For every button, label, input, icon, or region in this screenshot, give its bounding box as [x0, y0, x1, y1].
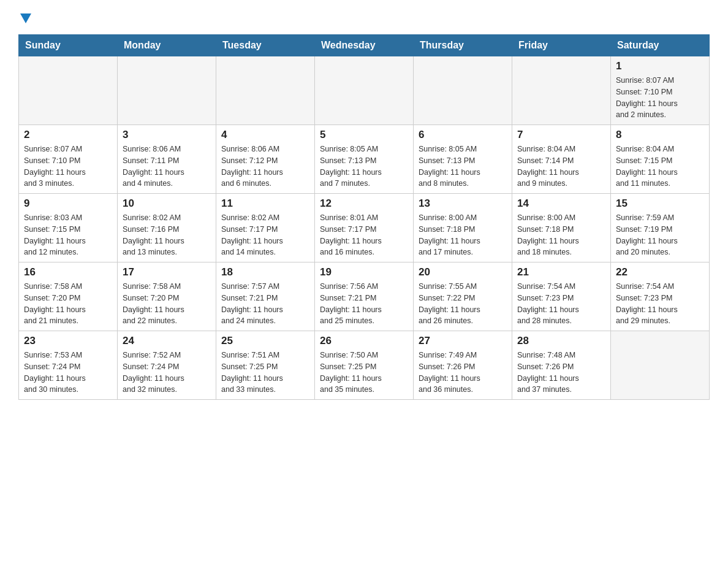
day-info: Sunrise: 7:58 AM Sunset: 7:20 PM Dayligh…	[24, 281, 112, 327]
calendar-cell: 18Sunrise: 7:57 AM Sunset: 7:21 PM Dayli…	[216, 262, 315, 331]
calendar-week-1: 1Sunrise: 8:07 AM Sunset: 7:10 PM Daylig…	[19, 56, 710, 125]
day-info: Sunrise: 8:01 AM Sunset: 7:17 PM Dayligh…	[320, 212, 408, 258]
day-info: Sunrise: 8:05 AM Sunset: 7:13 PM Dayligh…	[419, 144, 507, 190]
day-info: Sunrise: 7:57 AM Sunset: 7:21 PM Dayligh…	[221, 281, 309, 327]
day-number: 10	[123, 197, 211, 210]
day-number: 14	[517, 197, 605, 210]
logo	[18, 12, 31, 22]
calendar-cell	[118, 56, 216, 125]
weekday-header-wednesday: Wednesday	[315, 35, 414, 56]
day-number: 8	[616, 129, 704, 141]
day-number: 18	[221, 266, 309, 278]
calendar-cell: 11Sunrise: 8:02 AM Sunset: 7:17 PM Dayli…	[216, 194, 315, 262]
day-info: Sunrise: 8:00 AM Sunset: 7:18 PM Dayligh…	[517, 212, 605, 258]
calendar-cell: 19Sunrise: 7:56 AM Sunset: 7:21 PM Dayli…	[315, 262, 414, 331]
day-info: Sunrise: 8:04 AM Sunset: 7:14 PM Dayligh…	[517, 144, 605, 190]
day-info: Sunrise: 7:56 AM Sunset: 7:21 PM Dayligh…	[320, 281, 408, 327]
calendar-cell: 8Sunrise: 8:04 AM Sunset: 7:15 PM Daylig…	[611, 125, 710, 194]
day-number: 17	[123, 266, 211, 278]
calendar-cell	[216, 56, 315, 125]
calendar-week-3: 9Sunrise: 8:03 AM Sunset: 7:15 PM Daylig…	[19, 194, 710, 262]
calendar-cell	[315, 56, 414, 125]
calendar-cell: 20Sunrise: 7:55 AM Sunset: 7:22 PM Dayli…	[414, 262, 512, 331]
day-number: 24	[123, 335, 211, 347]
day-info: Sunrise: 8:00 AM Sunset: 7:18 PM Dayligh…	[419, 212, 507, 258]
day-info: Sunrise: 7:54 AM Sunset: 7:23 PM Dayligh…	[616, 281, 704, 327]
calendar-cell: 27Sunrise: 7:49 AM Sunset: 7:26 PM Dayli…	[414, 331, 512, 400]
weekday-header-thursday: Thursday	[414, 35, 512, 56]
day-number: 19	[320, 266, 408, 278]
day-number: 27	[419, 335, 507, 347]
day-info: Sunrise: 8:06 AM Sunset: 7:12 PM Dayligh…	[221, 144, 309, 190]
calendar-cell	[611, 331, 710, 400]
calendar-cell: 17Sunrise: 7:58 AM Sunset: 7:20 PM Dayli…	[118, 262, 216, 331]
calendar-cell: 23Sunrise: 7:53 AM Sunset: 7:24 PM Dayli…	[19, 331, 118, 400]
calendar-cell: 3Sunrise: 8:06 AM Sunset: 7:11 PM Daylig…	[118, 125, 216, 194]
calendar-cell: 28Sunrise: 7:48 AM Sunset: 7:26 PM Dayli…	[512, 331, 611, 400]
calendar-cell	[414, 56, 512, 125]
day-number: 16	[24, 266, 112, 278]
calendar-week-5: 23Sunrise: 7:53 AM Sunset: 7:24 PM Dayli…	[19, 331, 710, 400]
day-number: 28	[517, 335, 605, 347]
day-number: 15	[616, 197, 704, 210]
day-number: 23	[24, 335, 112, 347]
calendar-cell: 7Sunrise: 8:04 AM Sunset: 7:14 PM Daylig…	[512, 125, 611, 194]
day-info: Sunrise: 7:48 AM Sunset: 7:26 PM Dayligh…	[517, 350, 605, 396]
day-number: 25	[221, 335, 309, 347]
calendar-cell: 13Sunrise: 8:00 AM Sunset: 7:18 PM Dayli…	[414, 194, 512, 262]
logo-triangle-icon	[20, 13, 31, 23]
calendar-cell: 5Sunrise: 8:05 AM Sunset: 7:13 PM Daylig…	[315, 125, 414, 194]
calendar-week-4: 16Sunrise: 7:58 AM Sunset: 7:20 PM Dayli…	[19, 262, 710, 331]
calendar-cell: 2Sunrise: 8:07 AM Sunset: 7:10 PM Daylig…	[19, 125, 118, 194]
calendar-cell: 9Sunrise: 8:03 AM Sunset: 7:15 PM Daylig…	[19, 194, 118, 262]
calendar-cell	[19, 56, 118, 125]
day-info: Sunrise: 7:49 AM Sunset: 7:26 PM Dayligh…	[419, 350, 507, 396]
calendar-cell: 21Sunrise: 7:54 AM Sunset: 7:23 PM Dayli…	[512, 262, 611, 331]
calendar-cell: 16Sunrise: 7:58 AM Sunset: 7:20 PM Dayli…	[19, 262, 118, 331]
page-header	[18, 12, 710, 22]
day-number: 4	[221, 129, 309, 141]
weekday-header-friday: Friday	[512, 35, 611, 56]
day-info: Sunrise: 8:06 AM Sunset: 7:11 PM Dayligh…	[123, 144, 211, 190]
day-info: Sunrise: 8:03 AM Sunset: 7:15 PM Dayligh…	[24, 212, 112, 258]
day-number: 6	[419, 129, 507, 141]
day-info: Sunrise: 8:07 AM Sunset: 7:10 PM Dayligh…	[24, 144, 112, 190]
day-number: 26	[320, 335, 408, 347]
calendar-cell: 12Sunrise: 8:01 AM Sunset: 7:17 PM Dayli…	[315, 194, 414, 262]
day-number: 1	[616, 60, 704, 72]
day-number: 13	[419, 197, 507, 210]
calendar-week-2: 2Sunrise: 8:07 AM Sunset: 7:10 PM Daylig…	[19, 125, 710, 194]
calendar-cell	[512, 56, 611, 125]
calendar-table: SundayMondayTuesdayWednesdayThursdayFrid…	[18, 34, 710, 400]
day-info: Sunrise: 7:58 AM Sunset: 7:20 PM Dayligh…	[123, 281, 211, 327]
weekday-header-tuesday: Tuesday	[216, 35, 315, 56]
day-number: 5	[320, 129, 408, 141]
day-number: 12	[320, 197, 408, 210]
day-number: 7	[517, 129, 605, 141]
calendar-cell: 6Sunrise: 8:05 AM Sunset: 7:13 PM Daylig…	[414, 125, 512, 194]
day-info: Sunrise: 8:05 AM Sunset: 7:13 PM Dayligh…	[320, 144, 408, 190]
day-info: Sunrise: 7:59 AM Sunset: 7:19 PM Dayligh…	[616, 212, 704, 258]
calendar-cell: 24Sunrise: 7:52 AM Sunset: 7:24 PM Dayli…	[118, 331, 216, 400]
day-number: 22	[616, 266, 704, 278]
calendar-cell: 14Sunrise: 8:00 AM Sunset: 7:18 PM Dayli…	[512, 194, 611, 262]
day-info: Sunrise: 7:51 AM Sunset: 7:25 PM Dayligh…	[221, 350, 309, 396]
calendar-cell: 22Sunrise: 7:54 AM Sunset: 7:23 PM Dayli…	[611, 262, 710, 331]
day-info: Sunrise: 7:53 AM Sunset: 7:24 PM Dayligh…	[24, 350, 112, 396]
day-info: Sunrise: 8:02 AM Sunset: 7:17 PM Dayligh…	[221, 212, 309, 258]
day-info: Sunrise: 7:54 AM Sunset: 7:23 PM Dayligh…	[517, 281, 605, 327]
calendar-cell: 4Sunrise: 8:06 AM Sunset: 7:12 PM Daylig…	[216, 125, 315, 194]
day-info: Sunrise: 8:07 AM Sunset: 7:10 PM Dayligh…	[616, 75, 704, 121]
calendar-cell: 10Sunrise: 8:02 AM Sunset: 7:16 PM Dayli…	[118, 194, 216, 262]
calendar-cell: 25Sunrise: 7:51 AM Sunset: 7:25 PM Dayli…	[216, 331, 315, 400]
weekday-header-sunday: Sunday	[19, 35, 118, 56]
weekday-header-monday: Monday	[118, 35, 216, 56]
day-number: 11	[221, 197, 309, 210]
weekday-header-saturday: Saturday	[611, 35, 710, 56]
day-number: 20	[419, 266, 507, 278]
day-number: 9	[24, 197, 112, 210]
day-info: Sunrise: 8:04 AM Sunset: 7:15 PM Dayligh…	[616, 144, 704, 190]
day-info: Sunrise: 7:50 AM Sunset: 7:25 PM Dayligh…	[320, 350, 408, 396]
day-info: Sunrise: 8:02 AM Sunset: 7:16 PM Dayligh…	[123, 212, 211, 258]
day-number: 21	[517, 266, 605, 278]
